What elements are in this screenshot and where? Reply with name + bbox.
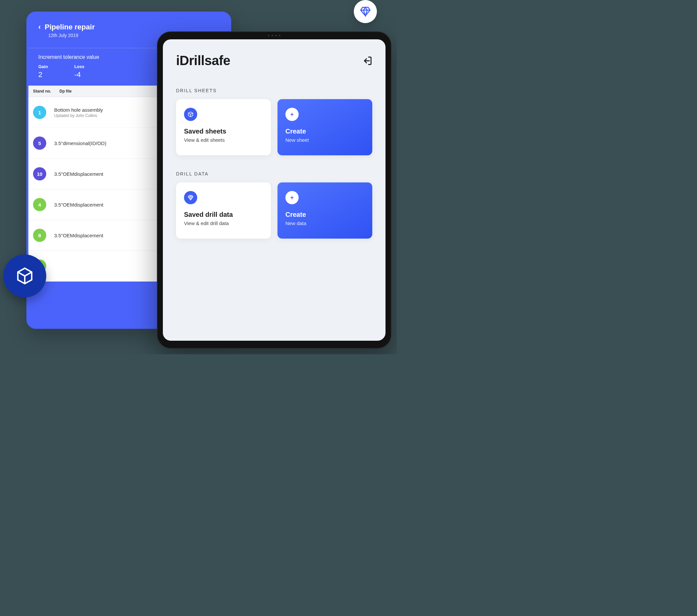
stand-number-badge: 5 bbox=[33, 136, 46, 150]
card-title: Saved drill data bbox=[184, 211, 263, 218]
stand-number-badge: 10 bbox=[33, 167, 46, 180]
saved-sheets-card[interactable]: Saved sheets View & edit sheets bbox=[176, 99, 271, 155]
create-data-card[interactable]: + Create New data bbox=[278, 182, 372, 239]
loss-column: Loss -4 bbox=[74, 64, 84, 79]
card-title: Create bbox=[285, 128, 364, 135]
floating-cube-badge bbox=[3, 254, 46, 297]
plus-icon: + bbox=[285, 108, 299, 121]
plus-icon: + bbox=[285, 191, 299, 204]
gem-icon bbox=[184, 191, 197, 204]
page-title: Pipeline repair bbox=[45, 23, 95, 31]
gain-value: 2 bbox=[38, 70, 48, 79]
section-label-sheets: DRILL SHEETS bbox=[176, 88, 372, 93]
col-stand: Stand no. bbox=[33, 89, 59, 93]
stand-number-badge: 8 bbox=[33, 229, 46, 242]
stand-number-badge: 4 bbox=[33, 198, 46, 211]
cube-icon bbox=[184, 108, 197, 121]
app-title: iDrillsafe bbox=[176, 53, 230, 68]
gain-label: Gain bbox=[38, 64, 48, 69]
card-subtitle: New data bbox=[285, 220, 364, 226]
loss-value: -4 bbox=[74, 70, 84, 79]
gain-column: Gain 2 bbox=[38, 64, 48, 79]
loss-label: Loss bbox=[74, 64, 84, 69]
idrillsafe-screen: iDrillsafe DRILL SHEETS Saved sheets Vi bbox=[163, 39, 385, 341]
floating-gem-badge bbox=[354, 0, 377, 23]
create-sheet-card[interactable]: + Create New sheet bbox=[278, 99, 372, 155]
idrillsafe-tablet: iDrillsafe DRILL SHEETS Saved sheets Vi bbox=[157, 31, 391, 349]
card-title: Create bbox=[285, 211, 364, 218]
card-title: Saved sheets bbox=[184, 128, 263, 135]
saved-drill-data-card[interactable]: Saved drill data View & edit drill data bbox=[176, 182, 271, 239]
back-chevron-icon[interactable]: ‹ bbox=[38, 23, 41, 31]
card-subtitle: View & edit sheets bbox=[184, 137, 263, 143]
stand-number-badge: 1 bbox=[33, 106, 46, 119]
section-label-data: DRILL DATA bbox=[176, 171, 372, 176]
card-subtitle: New sheet bbox=[285, 137, 364, 143]
logout-icon[interactable] bbox=[362, 56, 372, 66]
camera-notch bbox=[268, 35, 280, 36]
card-subtitle: View & edit drill data bbox=[184, 220, 263, 226]
